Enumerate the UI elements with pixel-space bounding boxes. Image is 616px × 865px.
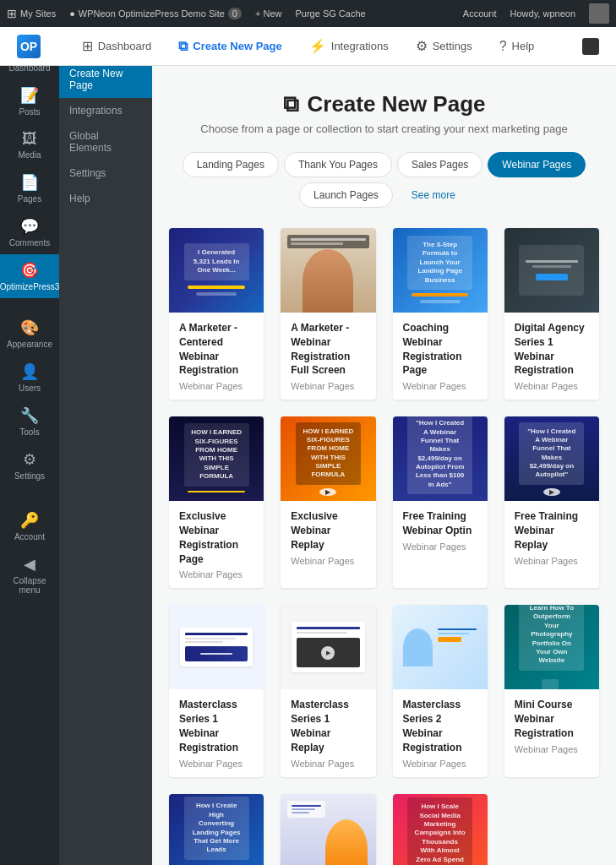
screen-icon[interactable] <box>582 38 599 55</box>
op-menu-settings[interactable]: Settings <box>59 160 152 186</box>
tab-see-more[interactable]: See more <box>398 182 469 208</box>
template-card-4[interactable]: Digital Agency Series 1 Webinar Registra… <box>504 228 599 400</box>
sidebar-item-pages[interactable]: 📄 Pages <box>0 166 59 210</box>
template-card-2[interactable]: A Marketer - Webinar Registration Full S… <box>281 228 375 400</box>
filter-tabs: Landing Pages Thank You Pages Sales Page… <box>169 152 599 208</box>
tab-sales-pages[interactable]: Sales Pages <box>397 152 482 177</box>
page-subtitle: Choose from a page or collection to star… <box>169 122 599 135</box>
template-thumb-15: How I Scale Social Media Marketing Campa… <box>393 794 488 865</box>
wp-sidebar: ⊞ Dashboard 📝 Posts 🖼 Media 📄 Pages 💬 Co… <box>0 27 59 865</box>
sidebar-collapse-menu[interactable]: ◀ Collapse menu <box>0 548 59 601</box>
play-icon: ▶ <box>319 488 336 496</box>
howdy-link[interactable]: Howdy, wpneon <box>510 8 575 19</box>
sidebar-item-optimizepress[interactable]: 🎯 OptimizePress3 <box>0 254 59 298</box>
profile-avatar[interactable] <box>589 3 609 24</box>
template-name-4: Digital Agency Series 1 Webinar Registra… <box>515 321 589 378</box>
sidebar-item-posts[interactable]: 📝 Posts <box>0 79 59 123</box>
template-card-10[interactable]: ▶ Masterclass Series 1 Webinar Replay We… <box>281 605 375 776</box>
nav-integrations[interactable]: ⚡ Integrations <box>309 38 389 54</box>
layers-icon: ⧉ <box>178 39 188 54</box>
nav-right-area <box>582 38 599 55</box>
template-card-14[interactable]: Client Success Webinar Registration Webi… <box>281 794 375 865</box>
sidebar-tools-icon: 🔧 <box>20 406 39 425</box>
template-card-6[interactable]: HOW I EARNED SIX-FIGURES FROM HOME WITH … <box>281 416 375 588</box>
sidebar-item-media[interactable]: 🖼 Media <box>0 123 59 166</box>
template-thumb-11 <box>393 605 488 689</box>
op-menu-integrations[interactable]: Integrations <box>59 98 152 123</box>
template-category-10: Webinar Pages <box>291 759 365 769</box>
op-submenu: Dashboard Create New Page Integrations G… <box>59 27 152 865</box>
sidebar-media-icon: 🖼 <box>22 130 37 148</box>
template-card-13[interactable]: How I Create High Converting Landing Pag… <box>169 794 264 865</box>
page-title-icon: ⧉ <box>283 91 299 117</box>
sidebar-item-account[interactable]: 🔑 Account <box>0 504 59 548</box>
sidebar-item-comments[interactable]: 💬 Comments <box>0 210 59 254</box>
template-name-6: Exclusive Webinar Replay <box>291 509 365 552</box>
sidebar-item-users[interactable]: 👤 Users <box>0 356 59 400</box>
template-category-6: Webinar Pages <box>291 556 365 566</box>
template-name-12: Mini Course Webinar Registration <box>515 698 589 740</box>
sidebar-pages-icon: 📄 <box>20 173 39 192</box>
tab-webinar-pages[interactable]: Webinar Pages <box>488 152 586 177</box>
template-name-1: A Marketer - Centered Webinar Registrati… <box>179 321 253 378</box>
nav-create-new-page[interactable]: ⧉ Create New Page <box>178 39 282 54</box>
new-content-link[interactable]: + New <box>255 8 282 19</box>
page-title: ⧉ Create New Page <box>283 91 486 117</box>
template-thumb-1: I Generated 5,321 Leads In One Week... <box>169 228 264 313</box>
template-thumb-8: "How I Created A Webinar Funnel That Mak… <box>504 416 599 501</box>
wp-icon: ⊞ <box>7 7 17 20</box>
nav-settings[interactable]: ⚙ Settings <box>416 38 472 54</box>
template-thumb-2 <box>281 228 375 313</box>
site-name-link[interactable]: ● WPNeon OptimizePress Demo Site 0 <box>69 8 242 19</box>
settings-nav-icon: ⚙ <box>416 38 428 54</box>
template-name-11: Masterclass Series 2 Webinar Registratio… <box>403 698 477 754</box>
template-category-9: Webinar Pages <box>179 759 253 769</box>
template-thumb-6: HOW I EARNED SIX-FIGURES FROM HOME WITH … <box>281 416 375 501</box>
template-category-4: Webinar Pages <box>515 381 589 391</box>
tab-launch-pages[interactable]: Launch Pages <box>299 182 393 208</box>
template-card-7[interactable]: "How I Created A Webinar Funnel That Mak… <box>393 416 488 588</box>
sidebar-item-settings[interactable]: ⚙ Settings <box>0 443 59 487</box>
template-card-12[interactable]: Learn How To Outperform Your Photography… <box>504 605 599 776</box>
sidebar-posts-icon: 📝 <box>20 86 39 105</box>
op-menu-create-new-page[interactable]: Create New Page <box>59 61 152 98</box>
sidebar-appearance-icon: 🎨 <box>20 318 39 337</box>
template-card-1[interactable]: I Generated 5,321 Leads In One Week... A… <box>169 228 264 400</box>
template-thumb-7: "How I Created A Webinar Funnel That Mak… <box>393 416 488 501</box>
template-thumb-9 <box>169 605 264 689</box>
sidebar-item-tools[interactable]: 🔧 Tools <box>0 400 59 443</box>
template-category-5: Webinar Pages <box>179 569 253 579</box>
tab-thank-you-pages[interactable]: Thank You Pages <box>284 152 392 177</box>
template-name-10: Masterclass Series 1 Webinar Replay <box>291 698 365 754</box>
dashboard-nav-icon: ⊞ <box>82 38 93 54</box>
op-menu-global-elements[interactable]: Global Elements <box>59 123 152 160</box>
template-card-11[interactable]: Masterclass Series 2 Webinar Registratio… <box>393 605 488 776</box>
op-logo[interactable]: OP <box>17 35 41 58</box>
sidebar-comments-icon: 💬 <box>20 217 39 236</box>
nav-help[interactable]: ? Help <box>499 39 535 54</box>
template-card-8[interactable]: "How I Created A Webinar Funnel That Mak… <box>504 416 599 588</box>
template-thumb-10: ▶ <box>281 605 375 689</box>
account-link[interactable]: Account <box>463 8 497 19</box>
template-card-5[interactable]: HOW I EARNED SIX-FIGURES FROM HOME WITH … <box>169 416 264 588</box>
sidebar-item-appearance[interactable]: 🎨 Appearance <box>0 312 59 356</box>
page-header: ⧉ Create New Page Choose from a page or … <box>169 91 599 135</box>
sidebar-users-icon: 👤 <box>20 362 39 381</box>
sidebar-op-icon: 🎯 <box>20 261 39 280</box>
template-thumb-3: The 3-Step Formula to Launch Your Landin… <box>393 228 488 313</box>
template-name-8: Free Training Webinar Replay <box>515 509 589 552</box>
template-name-7: Free Training Webinar Optin <box>403 509 477 538</box>
template-card-3[interactable]: The 3-Step Formula to Launch Your Landin… <box>393 228 488 400</box>
sidebar-collapse-icon: ◀ <box>24 555 35 574</box>
template-card-9[interactable]: Masterclass Series 1 Webinar Registratio… <box>169 605 264 776</box>
tab-landing-pages[interactable]: Landing Pages <box>183 152 279 177</box>
purge-cache-button[interactable]: Purge SG Cache <box>295 8 365 19</box>
template-category-1: Webinar Pages <box>179 381 253 391</box>
template-thumb-14 <box>281 794 375 865</box>
my-sites-link[interactable]: ⊞ My Sites <box>7 7 56 20</box>
template-name-9: Masterclass Series 1 Webinar Registratio… <box>179 698 253 754</box>
nav-dashboard[interactable]: ⊞ Dashboard <box>82 38 152 54</box>
op-menu-help[interactable]: Help <box>59 186 152 211</box>
sidebar-account-icon: 🔑 <box>20 511 39 530</box>
template-card-15[interactable]: How I Scale Social Media Marketing Campa… <box>393 794 488 865</box>
